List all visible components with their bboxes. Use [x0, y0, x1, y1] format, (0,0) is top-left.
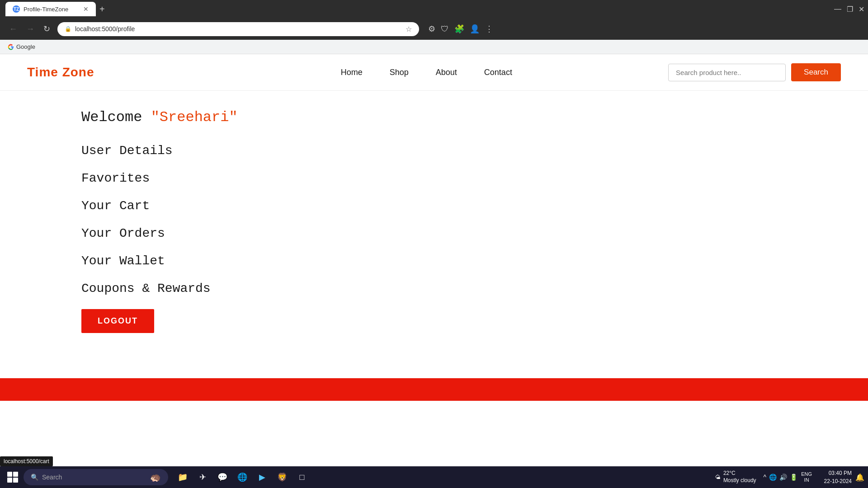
browser-titlebar: TZ Profile-TimeZone ✕ + — ❐ ✕ — [0, 0, 868, 18]
shield-icon[interactable]: 🛡 — [441, 24, 449, 34]
taskbar-pinned-icons: 📁 ✈ 💬 🌐 ▶ 🦁 □ — [174, 468, 311, 486]
taskbar-search-text: Search — [42, 474, 62, 481]
bookmarks-bar: Google — [0, 40, 868, 54]
taskbar-file-explorer[interactable]: 📁 — [174, 468, 192, 486]
window-controls: — ❐ ✕ — [834, 5, 864, 14]
notification-icon[interactable]: 🔔 — [855, 473, 864, 482]
clock-date: 22-10-2024 — [824, 477, 852, 485]
file-explorer-icon: 📁 — [178, 472, 188, 482]
taskbar-terminal[interactable]: □ — [293, 468, 311, 486]
nav-contact[interactable]: Contact — [484, 68, 512, 77]
more-menu-icon[interactable]: ⋮ — [485, 24, 493, 34]
telegram-icon: ✈ — [199, 472, 206, 482]
search-area: Search — [668, 63, 841, 81]
tab-favicon: TZ — [13, 5, 20, 13]
brave-icon: 🦁 — [277, 472, 287, 482]
address-bar[interactable]: 🔒 localhost:5000/profile ☆ — [57, 22, 419, 36]
search-input[interactable] — [668, 64, 786, 81]
vscode-icon: ▶ — [259, 472, 265, 482]
tray-battery-icon[interactable]: 🔋 — [790, 474, 797, 481]
language-indicator[interactable]: ENG IN — [801, 471, 812, 483]
logo-text-main: Time — [27, 65, 62, 79]
taskbar-vs-code[interactable]: ▶ — [253, 468, 271, 486]
taskbar: 🔍 Search 🦔 📁 ✈ 💬 🌐 ▶ 🦁 □ 🌤 — [0, 466, 868, 488]
terminal-icon: □ — [300, 473, 305, 482]
browser-toolbar: ⚙ 🛡 🧩 👤 ⋮ — [428, 24, 493, 34]
close-button[interactable]: ✕ — [859, 5, 864, 14]
nav-shop[interactable]: Shop — [390, 68, 409, 77]
logo: Time Zone — [27, 65, 94, 80]
taskbar-telegram[interactable]: ✈ — [193, 468, 212, 486]
chrome-icon: 🌐 — [237, 472, 247, 482]
menu-item-wallet[interactable]: Your Wallet — [81, 249, 787, 272]
taskbar-discord[interactable]: 💬 — [213, 468, 231, 486]
menu-item-cart[interactable]: Your Cart — [81, 194, 787, 217]
tray-icons: ^ 🌐 🔊 🔋 — [764, 474, 798, 481]
back-button[interactable]: ← — [7, 23, 19, 36]
google-bookmark-label: Google — [16, 43, 35, 50]
username-text: "Sreehari" — [151, 109, 238, 126]
main-content: Welcome "Sreehari" User Details Favorite… — [0, 91, 868, 351]
search-button[interactable]: Search — [791, 63, 841, 81]
website-content: Time Zone Home Shop About Contact Search… — [0, 54, 868, 401]
tray-sound-icon[interactable]: 🔊 — [779, 474, 787, 481]
language-region: IN — [804, 477, 809, 483]
discord-icon: 💬 — [217, 472, 227, 482]
tab-title: Profile-TimeZone — [24, 6, 80, 13]
taskbar-mascot-icon: 🦔 — [150, 472, 161, 483]
start-button[interactable] — [4, 468, 22, 486]
refresh-button[interactable]: ↻ — [42, 22, 52, 36]
weather-desc: Mostly cloudy — [723, 477, 756, 484]
clock-time: 03:40 PM — [829, 469, 852, 477]
logo-text-accent: Zone — [62, 65, 94, 79]
forward-button[interactable]: → — [24, 23, 36, 36]
windows-logo-icon — [7, 472, 18, 483]
profile-icon[interactable]: 👤 — [470, 24, 480, 34]
google-icon — [7, 43, 14, 51]
settings-icon[interactable]: ⚙ — [428, 24, 435, 34]
menu-item-user-details[interactable]: User Details — [81, 139, 787, 162]
browser-tab[interactable]: TZ Profile-TimeZone ✕ — [5, 2, 96, 16]
weather-widget[interactable]: 🌤 22°C Mostly cloudy — [712, 470, 760, 484]
tray-network-icon[interactable]: 🌐 — [769, 474, 777, 481]
nav-links: Home Shop About Contact — [341, 68, 512, 77]
restore-button[interactable]: ❐ — [847, 5, 853, 14]
url-tooltip: localhost:5000/cart — [0, 456, 53, 466]
navbar: Time Zone Home Shop About Contact Search — [0, 54, 868, 91]
tray-chevron-icon[interactable]: ^ — [764, 474, 767, 481]
weather-temp: 22°C — [723, 470, 756, 477]
clock-area[interactable]: 03:40 PM 22-10-2024 — [816, 469, 852, 485]
lock-icon: 🔒 — [65, 26, 71, 32]
welcome-heading: Welcome "Sreehari" — [81, 109, 787, 126]
menu-item-coupons[interactable]: Coupons & Rewards — [81, 277, 787, 300]
menu-item-favorites[interactable]: Favorites — [81, 167, 787, 190]
bookmark-google[interactable]: Google — [7, 43, 35, 51]
weather-icon: 🌤 — [715, 474, 721, 480]
star-icon[interactable]: ☆ — [406, 25, 412, 33]
menu-item-orders[interactable]: Your Orders — [81, 222, 787, 245]
nav-home[interactable]: Home — [341, 68, 363, 77]
minimize-button[interactable]: — — [834, 5, 841, 13]
taskbar-search-icon: 🔍 — [31, 474, 38, 481]
url-text: localhost:5000/profile — [75, 25, 402, 33]
browser-addressbar: ← → ↻ 🔒 localhost:5000/profile ☆ ⚙ 🛡 🧩 👤… — [0, 18, 868, 40]
tab-close-icon[interactable]: ✕ — [83, 5, 89, 13]
taskbar-brave[interactable]: 🦁 — [273, 468, 291, 486]
nav-about[interactable]: About — [436, 68, 457, 77]
language-code: ENG — [801, 471, 812, 477]
taskbar-chrome[interactable]: 🌐 — [233, 468, 251, 486]
new-tab-button[interactable]: + — [99, 4, 105, 14]
logout-button[interactable]: LOGOUT — [81, 309, 154, 333]
welcome-label: Welcome — [81, 109, 151, 126]
extension-icon[interactable]: 🧩 — [454, 24, 464, 34]
system-tray: 🌤 22°C Mostly cloudy ^ 🌐 🔊 🔋 ENG IN 03:4… — [712, 469, 864, 485]
taskbar-search[interactable]: 🔍 Search 🦔 — [24, 469, 168, 485]
profile-menu: User Details Favorites Your Cart Your Or… — [81, 139, 787, 300]
footer-strip — [0, 378, 868, 401]
